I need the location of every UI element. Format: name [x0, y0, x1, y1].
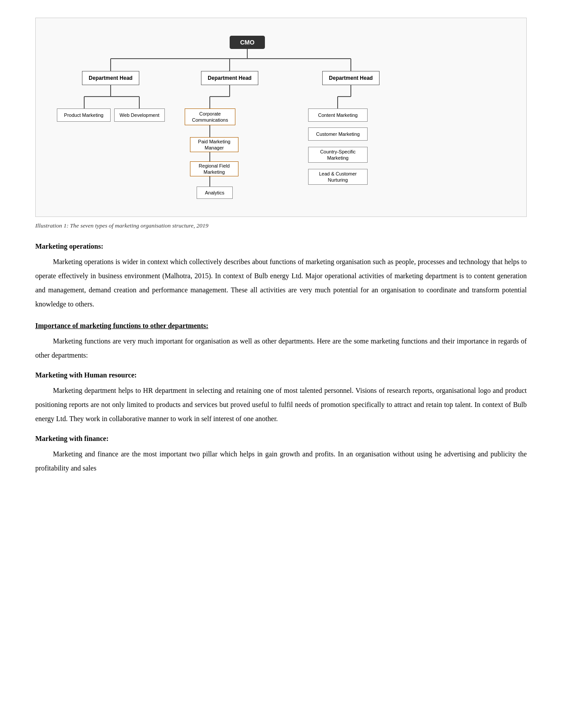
cmo-node: CMO	[230, 36, 265, 49]
corporate-communications-node: CorporateCommunications	[185, 108, 235, 125]
product-marketing-node: Product Marketing	[57, 108, 111, 122]
heading-marketing-operations: Marketing operations:	[35, 243, 527, 250]
org-chart-container: CMO Department Head Department Head Depa…	[35, 18, 527, 217]
dept-head-1: Department Head	[82, 71, 139, 85]
para-importance-marketing: Marketing functions are very much import…	[35, 334, 527, 362]
customer-marketing-node: Customer Marketing	[308, 127, 368, 141]
dept-head-3: Department Head	[322, 71, 380, 85]
diagram-caption: Illustration 1: The seven types of marke…	[35, 222, 527, 229]
section-marketing-operations: Marketing operations: Marketing operatio…	[35, 243, 527, 311]
paid-marketing-manager-node: Paid MarketingManager	[190, 137, 238, 152]
heading-importance-marketing: Importance of marketing functions to oth…	[35, 322, 527, 330]
org-chart: CMO Department Head Department Head Depa…	[45, 31, 517, 208]
lead-customer-nurturing-node: Lead & CustomerNurturing	[308, 169, 368, 185]
dept-head-2: Department Head	[201, 71, 258, 85]
section-marketing-hr: Marketing with Human resource: Marketing…	[35, 371, 527, 426]
heading-marketing-finance: Marketing with finance:	[35, 435, 527, 443]
web-development-node: Web Development	[114, 108, 165, 122]
country-specific-marketing-node: Country-SpecificMarketing	[308, 147, 368, 163]
section-importance-marketing: Importance of marketing functions to oth…	[35, 322, 527, 362]
para-marketing-hr: Marketing department helps to HR departm…	[35, 384, 527, 426]
analytics-node: Analytics	[197, 187, 233, 199]
content-marketing-node: Content Marketing	[308, 108, 368, 122]
para-marketing-operations: Marketing operations is wider in context…	[35, 255, 527, 311]
section-marketing-finance: Marketing with finance: Marketing and fi…	[35, 435, 527, 475]
heading-marketing-hr: Marketing with Human resource:	[35, 371, 527, 379]
regional-field-marketing-node: Regional FieldMarketing	[190, 161, 238, 176]
para-marketing-finance: Marketing and finance are the most impor…	[35, 447, 527, 475]
